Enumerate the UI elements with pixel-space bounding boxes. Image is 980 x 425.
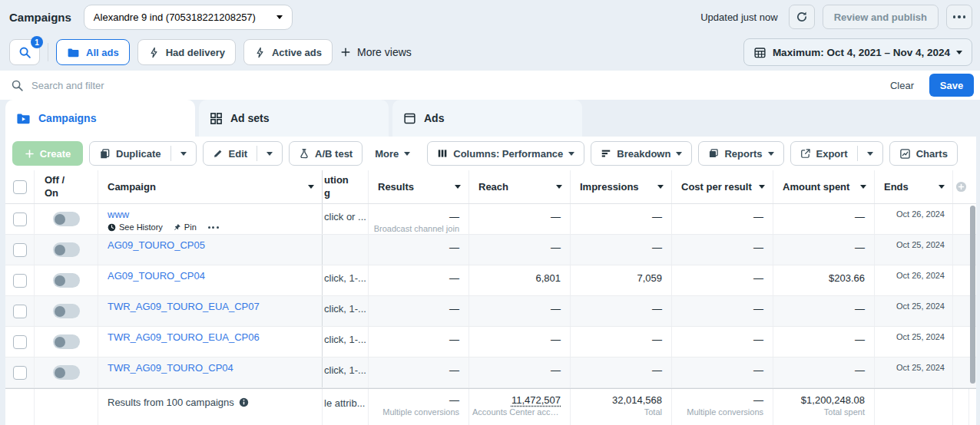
pin-icon [173,223,181,232]
refresh-icon [796,11,808,23]
calendar-icon [753,46,766,59]
save-button[interactable]: Save [929,74,974,97]
sort-caret-icon[interactable] [759,185,765,189]
ab-test-button[interactable]: A/B test [290,142,362,165]
campaign-toggle[interactable] [53,365,80,380]
edit-dropdown[interactable] [257,142,282,165]
sort-caret-icon[interactable] [308,185,314,189]
refresh-button[interactable] [789,5,815,29]
campaign-toggle[interactable] [53,273,80,288]
sort-caret-icon[interactable] [556,185,562,189]
charts-button[interactable]: Charts [890,142,957,165]
header-reach: Reach [469,170,571,203]
view-all-ads[interactable]: All ads [56,39,130,65]
export-label: Export [816,148,848,160]
cost-per-result-value: — [672,235,773,253]
account-selector-label: Alexandre 9 ind (705318221208257) [94,12,276,23]
more-views-button[interactable]: More views [340,46,412,58]
scrollbar-thumb[interactable] [970,206,975,384]
view-had-delivery[interactable]: Had delivery [137,39,236,65]
columns-button[interactable]: Columns: Performance [428,142,584,165]
reach-value: — [469,357,570,376]
duplicate-dropdown[interactable] [171,142,196,165]
campaign-name-cell: AG09_TOURO_CP04 [98,265,323,295]
account-selector[interactable]: Alexandre 9 ind (705318221208257) [84,5,293,30]
campaign-link[interactable]: TWR_AG09_TOURO_CP04 [108,357,233,374]
row-more-options[interactable] [208,226,219,229]
select-all-checkbox[interactable] [13,180,27,194]
edit-button[interactable]: Edit [204,142,257,165]
row-checkbox[interactable] [13,212,27,226]
duplicate-button[interactable]: Duplicate [90,142,171,165]
see-history-label: See History [119,222,163,232]
sort-caret-icon[interactable] [657,185,664,189]
reports-button[interactable]: Reports [699,142,783,165]
campaign-toggle[interactable] [53,212,80,226]
footer-spent-subtitle: Total spent [773,406,874,417]
campaign-link[interactable]: TWR_AG09_TOURO_EUA_CP07 [108,296,260,312]
search-view-button[interactable]: 1 [9,39,40,65]
sort-caret-icon[interactable] [939,185,945,189]
campaign-link[interactable]: AG09_TOURO_CP04 [108,265,205,282]
duplicate-icon [99,148,111,160]
campaign-toggle[interactable] [53,304,80,318]
review-and-publish-label: Review and publish [834,12,927,23]
row-checkbox[interactable] [13,335,27,349]
amount-spent-value: $203.66 [773,265,874,284]
pin-action[interactable]: Pin [173,222,197,232]
export-button[interactable]: Export [791,142,857,165]
tab-ads[interactable]: Ads [392,100,582,137]
tab-ad-sets[interactable]: Ad sets [199,100,389,137]
ad-page-icon [403,112,416,125]
review-and-publish-button[interactable]: Review and publish [823,5,939,29]
reach-cell: — [469,327,571,357]
sort-caret-icon[interactable] [455,185,461,189]
sort-caret-icon[interactable] [860,185,866,189]
campaign-toggle[interactable] [53,242,80,257]
cost-per-result-cell: — [672,327,773,357]
row-checkbox[interactable] [13,243,27,257]
clear-button[interactable]: Clear [890,80,914,91]
search-input[interactable] [31,80,882,91]
breakdown-button[interactable]: Breakdown [591,142,691,165]
date-range-selector[interactable]: Maximum: Oct 4, 2021 – Nov 4, 2024 [743,38,972,66]
footer-cost-value: — [672,389,773,406]
plus-icon [25,149,35,159]
impressions-value: — [571,235,671,253]
impressions-cell: — [571,204,672,234]
campaign-toggle[interactable] [53,334,80,349]
spacer-cell [953,204,969,234]
ends-cell: Oct 26, 2024 [875,265,953,295]
grid-icon [210,112,223,125]
row-checkbox[interactable] [13,366,27,380]
see-history-action[interactable]: See History [108,222,163,232]
amount-spent-value: — [773,235,874,253]
campaign-link[interactable]: AG09_TOURO_CP05 [108,235,205,251]
charts-label: Charts [916,148,948,160]
ends-value: Oct 25, 2024 [875,235,952,249]
amount-spent-value: — [773,327,874,345]
export-dropdown[interactable] [858,142,882,165]
more-menu-button[interactable]: More [369,141,416,166]
row-checkbox[interactable] [13,274,27,288]
row-checkbox-cell [5,357,35,387]
more-options-button[interactable] [946,5,972,29]
ends-cell: Oct 25, 2024 [875,296,953,326]
tab-campaigns[interactable]: Campaigns [5,100,195,137]
reach-value: — [469,327,570,345]
plus-icon [340,47,351,58]
create-button[interactable]: Create [12,141,83,166]
plus-circle-icon[interactable] [955,181,967,193]
info-icon[interactable] [239,397,249,407]
ends-value: Oct 25, 2024 [875,296,952,311]
cost-per-result-value: — [672,327,773,345]
row-toggle-cell [35,204,98,234]
campaign-link[interactable]: TWR_AG09_TOURO_EUA_CP06 [108,327,260,343]
row-toggle-cell [35,265,98,295]
more-views-label: More views [357,46,412,58]
results-cell: — [369,327,469,357]
campaign-link[interactable]: www [108,204,129,220]
amount-spent-value: — [773,357,874,376]
view-active-ads[interactable]: Active ads [243,39,333,65]
row-checkbox[interactable] [13,305,27,318]
